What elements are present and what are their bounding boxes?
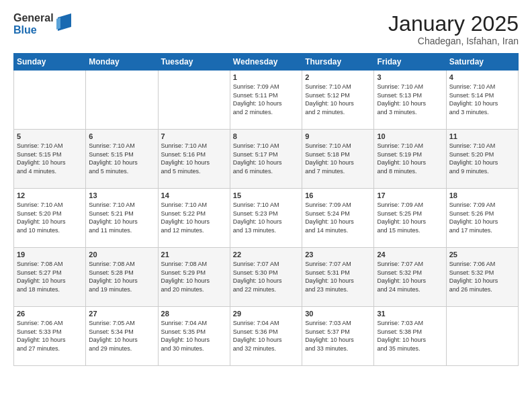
weekday-header-thursday: Thursday (302, 54, 374, 71)
week-row-2: 5Sunrise: 7:10 AM Sunset: 5:15 PM Daylig… (14, 130, 519, 189)
day-number: 31 (377, 310, 443, 318)
day-content: Sunrise: 7:10 AM Sunset: 5:12 PM Dayligh… (305, 83, 371, 116)
day-number: 1 (233, 73, 299, 81)
day-content: Sunrise: 7:07 AM Sunset: 5:32 PM Dayligh… (377, 260, 443, 293)
day-content: Sunrise: 7:09 AM Sunset: 5:26 PM Dayligh… (449, 201, 515, 234)
calendar-cell: 20Sunrise: 7:08 AM Sunset: 5:28 PM Dayli… (86, 248, 158, 307)
day-content: Sunrise: 7:03 AM Sunset: 5:37 PM Dayligh… (305, 319, 371, 353)
day-content: Sunrise: 7:10 AM Sunset: 5:18 PM Dayligh… (305, 142, 371, 175)
day-content: Sunrise: 7:10 AM Sunset: 5:20 PM Dayligh… (449, 142, 515, 175)
weekday-header-tuesday: Tuesday (158, 54, 230, 71)
day-content: Sunrise: 7:04 AM Sunset: 5:35 PM Dayligh… (161, 319, 227, 353)
day-number: 22 (233, 250, 299, 259)
calendar-table: SundayMondayTuesdayWednesdayThursdayFrid… (13, 53, 519, 366)
day-number: 10 (377, 132, 443, 140)
title-block: January 2025 Chadegan, Isfahan, Iran (388, 12, 519, 46)
calendar-cell: 19Sunrise: 7:08 AM Sunset: 5:27 PM Dayli… (14, 248, 86, 307)
day-number: 17 (377, 191, 443, 199)
week-row-3: 12Sunrise: 7:10 AM Sunset: 5:20 PM Dayli… (14, 189, 519, 248)
calendar-cell: 22Sunrise: 7:07 AM Sunset: 5:30 PM Dayli… (230, 248, 302, 307)
calendar-cell: 11Sunrise: 7:10 AM Sunset: 5:20 PM Dayli… (446, 130, 518, 189)
day-content: Sunrise: 7:03 AM Sunset: 5:38 PM Dayligh… (377, 319, 443, 353)
day-number: 25 (449, 250, 515, 259)
day-content: Sunrise: 7:08 AM Sunset: 5:27 PM Dayligh… (17, 260, 83, 293)
calendar-cell (14, 71, 86, 130)
week-row-5: 26Sunrise: 7:06 AM Sunset: 5:33 PM Dayli… (14, 307, 519, 366)
weekday-header-sunday: Sunday (14, 54, 86, 71)
day-number: 6 (89, 132, 154, 140)
day-content: Sunrise: 7:10 AM Sunset: 5:16 PM Dayligh… (161, 142, 227, 175)
weekday-header-friday: Friday (374, 54, 446, 71)
calendar-cell: 4Sunrise: 7:10 AM Sunset: 5:14 PM Daylig… (446, 71, 518, 130)
calendar-cell: 7Sunrise: 7:10 AM Sunset: 5:16 PM Daylig… (158, 130, 230, 189)
calendar-cell: 8Sunrise: 7:10 AM Sunset: 5:17 PM Daylig… (230, 130, 302, 189)
day-number: 19 (17, 250, 83, 259)
calendar-cell: 2Sunrise: 7:10 AM Sunset: 5:12 PM Daylig… (302, 71, 374, 130)
calendar-cell: 12Sunrise: 7:10 AM Sunset: 5:20 PM Dayli… (14, 189, 86, 248)
day-content: Sunrise: 7:10 AM Sunset: 5:17 PM Dayligh… (233, 142, 299, 175)
calendar-cell (446, 307, 518, 366)
day-number: 24 (377, 250, 443, 259)
logo-icon (56, 12, 71, 36)
day-content: Sunrise: 7:10 AM Sunset: 5:20 PM Dayligh… (17, 201, 83, 234)
weekday-header-wednesday: Wednesday (230, 54, 302, 71)
day-content: Sunrise: 7:09 AM Sunset: 5:25 PM Dayligh… (377, 201, 443, 234)
calendar-cell (86, 71, 158, 130)
day-number: 28 (161, 310, 227, 318)
day-content: Sunrise: 7:10 AM Sunset: 5:21 PM Dayligh… (89, 201, 154, 234)
day-content: Sunrise: 7:10 AM Sunset: 5:19 PM Dayligh… (377, 142, 443, 175)
day-content: Sunrise: 7:09 AM Sunset: 5:24 PM Dayligh… (305, 201, 371, 234)
day-number: 8 (233, 132, 299, 140)
calendar-cell: 10Sunrise: 7:10 AM Sunset: 5:19 PM Dayli… (374, 130, 446, 189)
day-content: Sunrise: 7:10 AM Sunset: 5:14 PM Dayligh… (449, 83, 515, 116)
day-number: 21 (161, 250, 227, 259)
day-content: Sunrise: 7:04 AM Sunset: 5:36 PM Dayligh… (233, 319, 299, 353)
calendar-cell: 13Sunrise: 7:10 AM Sunset: 5:21 PM Dayli… (86, 189, 158, 248)
day-number: 20 (89, 250, 154, 259)
day-content: Sunrise: 7:10 AM Sunset: 5:13 PM Dayligh… (377, 83, 443, 116)
calendar-cell: 1Sunrise: 7:09 AM Sunset: 5:11 PM Daylig… (230, 71, 302, 130)
location: Chadegan, Isfahan, Iran (388, 36, 519, 46)
day-number: 13 (89, 191, 154, 199)
weekday-header-saturday: Saturday (446, 54, 518, 71)
day-number: 27 (89, 310, 154, 318)
day-number: 14 (161, 191, 227, 199)
day-content: Sunrise: 7:08 AM Sunset: 5:28 PM Dayligh… (89, 260, 154, 293)
calendar-cell: 31Sunrise: 7:03 AM Sunset: 5:38 PM Dayli… (374, 307, 446, 366)
day-number: 2 (305, 73, 371, 81)
weekday-header-monday: Monday (86, 54, 158, 71)
logo-blue: Blue (13, 24, 54, 36)
svg-marker-1 (56, 17, 60, 30)
week-row-1: 1Sunrise: 7:09 AM Sunset: 5:11 PM Daylig… (14, 71, 519, 130)
day-content: Sunrise: 7:06 AM Sunset: 5:33 PM Dayligh… (17, 319, 83, 353)
day-number: 18 (449, 191, 515, 199)
calendar-cell (158, 71, 230, 130)
day-number: 26 (17, 310, 83, 318)
calendar-cell: 16Sunrise: 7:09 AM Sunset: 5:24 PM Dayli… (302, 189, 374, 248)
day-content: Sunrise: 7:05 AM Sunset: 5:34 PM Dayligh… (89, 319, 154, 353)
calendar-cell: 3Sunrise: 7:10 AM Sunset: 5:13 PM Daylig… (374, 71, 446, 130)
calendar-cell: 29Sunrise: 7:04 AM Sunset: 5:36 PM Dayli… (230, 307, 302, 366)
calendar-cell: 23Sunrise: 7:07 AM Sunset: 5:31 PM Dayli… (302, 248, 374, 307)
month-title: January 2025 (388, 12, 519, 36)
day-number: 4 (449, 73, 515, 81)
logo-general: General (13, 12, 54, 24)
day-content: Sunrise: 7:07 AM Sunset: 5:30 PM Dayligh… (233, 260, 299, 293)
day-number: 11 (449, 132, 515, 140)
calendar-cell: 21Sunrise: 7:08 AM Sunset: 5:29 PM Dayli… (158, 248, 230, 307)
calendar-cell: 18Sunrise: 7:09 AM Sunset: 5:26 PM Dayli… (446, 189, 518, 248)
calendar-cell: 6Sunrise: 7:10 AM Sunset: 5:15 PM Daylig… (86, 130, 158, 189)
calendar-page: General Blue January 2025 Chadegan, Isfa… (0, 0, 532, 411)
week-row-4: 19Sunrise: 7:08 AM Sunset: 5:27 PM Dayli… (14, 248, 519, 307)
day-content: Sunrise: 7:10 AM Sunset: 5:22 PM Dayligh… (161, 201, 227, 234)
day-number: 15 (233, 191, 299, 199)
calendar-cell: 9Sunrise: 7:10 AM Sunset: 5:18 PM Daylig… (302, 130, 374, 189)
day-number: 30 (305, 310, 371, 318)
day-number: 12 (17, 191, 83, 199)
day-content: Sunrise: 7:10 AM Sunset: 5:23 PM Dayligh… (233, 201, 299, 234)
calendar-cell: 28Sunrise: 7:04 AM Sunset: 5:35 PM Dayli… (158, 307, 230, 366)
calendar-cell: 5Sunrise: 7:10 AM Sunset: 5:15 PM Daylig… (14, 130, 86, 189)
day-content: Sunrise: 7:08 AM Sunset: 5:29 PM Dayligh… (161, 260, 227, 293)
calendar-cell: 17Sunrise: 7:09 AM Sunset: 5:25 PM Dayli… (374, 189, 446, 248)
day-number: 16 (305, 191, 371, 199)
